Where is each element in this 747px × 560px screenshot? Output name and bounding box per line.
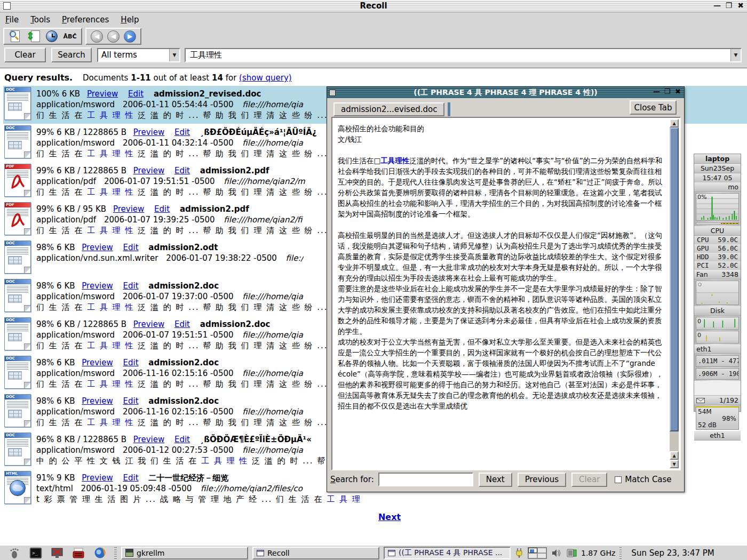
- preview-link[interactable]: Preview: [133, 435, 164, 444]
- search-button[interactable]: Search: [51, 47, 92, 62]
- scroll-up-icon[interactable]: ▲: [670, 119, 679, 127]
- search-mode-select[interactable]: All terms ▼: [97, 48, 180, 62]
- close-tab-button[interactable]: Close Tab: [630, 100, 677, 115]
- result-mimetype: application/vnd.sun.xml.writer: [36, 253, 158, 263]
- cpu-krell-strip: [696, 222, 739, 225]
- edit-link[interactable]: Edit: [174, 166, 190, 175]
- maximize-icon[interactable]: ❐: [725, 1, 733, 10]
- close-icon[interactable]: ✖: [674, 87, 682, 97]
- menu-preferences[interactable]: Preferences: [62, 15, 109, 25]
- firefox-launcher-icon[interactable]: [93, 547, 107, 559]
- query-input[interactable]: 工具理性 ▼: [185, 48, 742, 62]
- terminal-launcher-icon[interactable]: >_: [29, 547, 43, 559]
- preview-link[interactable]: Preview: [133, 319, 164, 329]
- menu-file[interactable]: File: [5, 15, 19, 25]
- power-plug-icon[interactable]: [515, 548, 523, 558]
- typewriter-launcher-icon[interactable]: [71, 547, 85, 559]
- preview-link[interactable]: Preview: [82, 358, 113, 367]
- edit-link[interactable]: Edit: [123, 396, 139, 406]
- nav-forward-icon[interactable]: ▶: [124, 30, 136, 43]
- edit-link[interactable]: Edit: [154, 204, 170, 214]
- scroll-down-icon[interactable]: ▼: [670, 460, 679, 468]
- result-meta: 98% 6 KB: [36, 358, 75, 367]
- file-type-icon: DOC: [4, 279, 31, 312]
- result-snippet: 们 生 活 在 工 具 理 性 泛 滥 的 时 ... 帮 助 我 们 理 清 …: [36, 302, 366, 313]
- edit-link[interactable]: Edit: [123, 243, 139, 252]
- edit-link[interactable]: Edit: [174, 435, 190, 444]
- preview-text-area[interactable]: 高校招生的社会功能和目的 文/钱江 我们生活在□工具理性泛滥的时代。作为“世之显…: [331, 117, 681, 470]
- matched-term: 工 具 理 性: [87, 187, 134, 197]
- find-clear-button[interactable]: Clear: [571, 473, 607, 487]
- result-snippet: 们 生 活 在 工 具 理 性 泛 滥 的 时 ... 帮 助 我 们 理 清 …: [36, 379, 366, 389]
- next-page-link[interactable]: Next: [374, 512, 406, 522]
- workspace-cell[interactable]: [537, 553, 546, 558]
- show-query-link[interactable]: (show query): [239, 73, 292, 83]
- result-mimetype: application/msword: [36, 445, 115, 455]
- term-explorer-icon[interactable]: ÅBĈ: [63, 29, 77, 43]
- cpu-freq-icon[interactable]: [566, 548, 577, 558]
- checkbox-icon[interactable]: [615, 476, 622, 483]
- result-mimetype: application/msword: [36, 100, 115, 109]
- scrollbar-thumb[interactable]: [670, 127, 679, 431]
- preview-link[interactable]: Preview: [82, 396, 113, 406]
- fan-row: Fan3348: [694, 270, 741, 279]
- workspace-cell[interactable]: [528, 553, 537, 558]
- result-mimetype: application/msword: [36, 407, 115, 417]
- preview-link[interactable]: Preview: [133, 166, 164, 175]
- scroll-up-icon[interactable]: ▲: [670, 451, 679, 460]
- workspace-switcher[interactable]: [528, 547, 547, 559]
- task-button-preview[interactable]: ((工 PHRASE 4 具 PHRASE ...: [384, 547, 511, 559]
- find-next-button[interactable]: Next: [479, 473, 512, 487]
- minimize-icon[interactable]: —: [653, 87, 661, 97]
- result-snippet: t 彩 票 管 理 生 活 图 片 ... 战 略 与 管 理 地 产 经 ..…: [36, 494, 361, 505]
- advanced-search-icon[interactable]: [9, 29, 22, 43]
- preview-link[interactable]: Preview: [82, 281, 113, 291]
- system-tray: 1.87 GHz Sun Sep 23, 3:47 PM: [515, 547, 714, 559]
- preview-link[interactable]: Preview: [133, 127, 164, 137]
- close-icon[interactable]: ✖: [736, 1, 745, 10]
- edit-link[interactable]: Edit: [128, 89, 144, 99]
- clear-button[interactable]: Clear: [4, 47, 46, 62]
- result-date: 2006-01-07 19:51:51 -0500: [104, 177, 215, 186]
- chevron-down-icon[interactable]: ▼: [169, 49, 179, 61]
- preview-link[interactable]: Preview: [82, 243, 113, 252]
- preview-link[interactable]: Preview: [113, 204, 144, 214]
- preview-link[interactable]: Preview: [87, 89, 118, 99]
- history-clock-icon[interactable]: [45, 29, 59, 43]
- find-input[interactable]: [378, 473, 473, 486]
- maximize-icon[interactable]: ❐: [663, 87, 671, 97]
- workspace-cell-active[interactable]: [528, 548, 537, 553]
- edit-link[interactable]: Edit: [174, 127, 190, 137]
- match-case-checkbox[interactable]: Match Case: [615, 475, 671, 484]
- result-date: 2006-01-07 19:37:00 -0500: [123, 292, 234, 301]
- result-meta: 96% 8 KB / 1228865 B: [36, 435, 126, 444]
- nav-first-icon[interactable]: ◀: [91, 30, 103, 43]
- task-button-recoll[interactable]: Recoll: [252, 547, 379, 559]
- gnome-menu-icon[interactable]: [7, 547, 21, 559]
- volume-speaker-icon[interactable]: [551, 548, 562, 558]
- file-type-icon: DOC: [4, 317, 31, 350]
- chevron-down-icon[interactable]: ▼: [730, 49, 741, 61]
- cpu-section-label: CPU: [694, 226, 741, 236]
- preview-tab[interactable]: admission2...evised.doc: [333, 102, 444, 116]
- edit-link[interactable]: Edit: [123, 281, 139, 291]
- toolbar-handle[interactable]: [114, 547, 117, 559]
- preview-link[interactable]: Preview: [82, 473, 113, 483]
- sort-parameters-icon[interactable]: ⇕: [27, 29, 41, 43]
- menu-tools[interactable]: Tools: [30, 15, 50, 25]
- edit-link[interactable]: Edit: [174, 319, 190, 329]
- matched-term: 工 具 理 性: [87, 226, 134, 235]
- taskbar-clock[interactable]: Sun Sep 23, 3:47 PM: [631, 548, 714, 558]
- preview-titlebar[interactable]: ((工 PHRASE 4 具 PHRASE 4 理 PHRASE 4 性)) —…: [327, 87, 684, 98]
- workspace-cell[interactable]: [537, 548, 546, 553]
- minimize-icon[interactable]: —: [713, 1, 721, 10]
- task-button-gkrellm[interactable]: gkrellm: [121, 547, 248, 559]
- nav-back-icon[interactable]: ◀: [107, 30, 120, 43]
- menu-help[interactable]: Help: [121, 15, 139, 25]
- find-previous-button[interactable]: Previous: [518, 473, 566, 487]
- edit-link[interactable]: Edit: [123, 473, 139, 483]
- lock-screen-icon[interactable]: [50, 547, 64, 559]
- edit-link[interactable]: Edit: [123, 358, 139, 367]
- preview-scrollbar[interactable]: ▲ ▲ ▼: [670, 119, 679, 468]
- main-titlebar[interactable]: Recoll — ❐ ✖: [0, 0, 747, 12]
